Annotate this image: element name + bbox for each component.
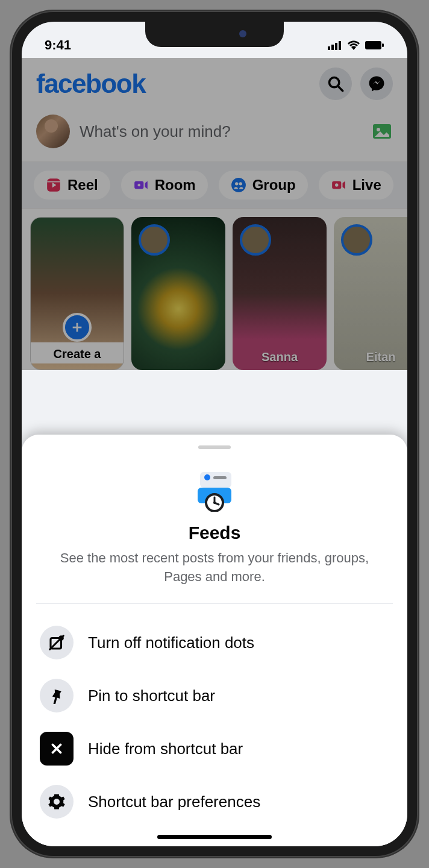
svg-point-23 [204,474,210,480]
story-item[interactable] [131,217,225,370]
story-label: Sanna [233,350,327,364]
svg-point-15 [231,178,246,192]
svg-rect-12 [134,181,143,189]
group-icon [231,177,246,193]
svg-rect-0 [328,46,330,50]
messenger-button[interactable] [360,68,393,100]
app-header: facebook [22,58,407,106]
sheet-item-pin[interactable]: Pin to shortcut bar [22,669,407,722]
svg-point-16 [235,182,238,185]
svg-rect-5 [382,43,384,47]
search-button[interactable] [319,68,352,100]
chip-live[interactable]: Live [319,171,393,200]
sheet-item-label: Turn off notification dots [88,634,254,652]
battery-icon [365,40,384,50]
status-indicators [328,40,384,50]
story-label: Eitan [334,350,407,364]
live-icon [331,177,346,193]
chip-label: Reel [67,177,98,193]
sheet-item-hide[interactable]: Hide from shortcut bar [22,722,407,775]
svg-rect-3 [339,41,341,50]
feeds-icon [189,470,240,512]
divider [36,603,393,604]
chip-label: Live [352,177,381,193]
svg-point-19 [335,183,338,186]
plus-icon [63,313,92,342]
svg-rect-2 [335,43,337,50]
sheet-item-preferences[interactable]: Shortcut bar preferences [22,775,407,828]
search-icon [327,75,344,92]
notification-off-icon [40,626,74,659]
svg-rect-22 [200,472,231,488]
sheet-item-label: Pin to shortcut bar [88,687,215,705]
hide-icon [40,732,74,766]
svg-rect-24 [213,476,227,479]
composer-placeholder[interactable]: What's on your mind? [80,122,362,141]
bottom-sheet: Feeds See the most recent posts from you… [22,435,407,846]
facebook-logo: facebook [36,69,145,99]
gear-icon [40,785,74,819]
photo-icon[interactable] [371,121,393,142]
messenger-icon [368,75,386,93]
svg-rect-1 [331,45,334,50]
cellular-icon [328,40,342,50]
sheet-subtitle: See the most recent posts from your frie… [22,549,407,587]
svg-rect-4 [365,41,381,49]
composer[interactable]: What's on your mind? [22,106,407,162]
stories-row: Create a Sanna Eitan [22,209,407,370]
story-avatar [139,224,170,256]
svg-point-17 [239,182,242,185]
sheet-item-label: Hide from shortcut bar [88,740,243,758]
sheet-title: Feeds [22,523,407,543]
story-create[interactable]: Create a [30,217,124,370]
pin-icon [40,679,74,712]
sheet-item-label: Shortcut bar preferences [88,793,260,811]
sheet-handle[interactable] [198,445,231,449]
background-content: 9:41 facebook [22,22,407,370]
svg-rect-10 [47,178,60,192]
svg-point-9 [377,128,380,131]
svg-rect-18 [332,181,341,189]
chip-label: Group [252,177,296,193]
svg-rect-8 [373,124,391,139]
story-avatar [341,224,372,256]
phone-frame: 9:41 facebook [11,11,418,857]
home-indicator[interactable] [157,835,272,839]
wifi-icon [347,40,360,50]
chip-room[interactable]: Room [121,171,208,200]
chip-group[interactable]: Group [219,171,308,200]
notch [145,22,284,47]
status-time: 9:41 [45,37,71,53]
svg-line-7 [338,86,343,91]
story-avatar [240,224,271,256]
story-label: Create a [31,342,124,363]
user-avatar[interactable] [36,115,70,148]
phone-screen: 9:41 facebook [22,22,407,846]
svg-point-6 [330,78,339,87]
chip-reel[interactable]: Reel [34,171,110,200]
action-chips: Reel Room Group [22,162,407,209]
story-item[interactable]: Eitan [334,217,407,370]
header-actions [319,68,393,100]
room-icon [133,177,149,193]
reel-icon [46,177,61,193]
sheet-item-turn-off-dots[interactable]: Turn off notification dots [22,616,407,669]
story-item[interactable]: Sanna [233,217,327,370]
chip-label: Room [155,177,196,193]
